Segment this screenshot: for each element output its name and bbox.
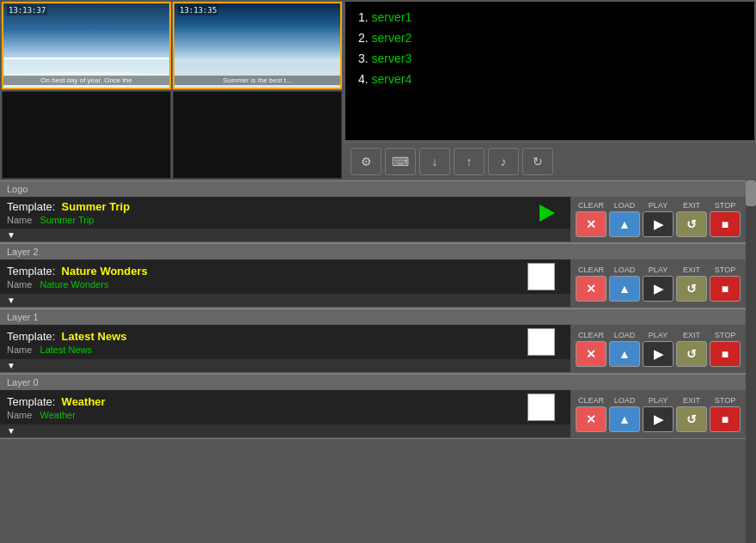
logo-load-button[interactable]: ▲	[609, 211, 640, 237]
scrollbar[interactable]	[746, 180, 756, 543]
layer0-load-button[interactable]: ▲	[609, 406, 640, 432]
layer1-content: Template: Latest News Name Latest News	[0, 325, 570, 359]
layer1-expand[interactable]: ▼	[0, 359, 570, 372]
layer0-preview	[527, 394, 555, 421]
video-caption-2: Summer is the best t...	[174, 76, 340, 85]
layer0-controls: CLEAR ✕ LOAD ▲ PLAY ▶ EXIT ↺	[570, 390, 746, 437]
keyboard-button[interactable]: ⌨	[385, 148, 416, 175]
layer2-load-button[interactable]: ▲	[609, 276, 640, 302]
layer1-load-button[interactable]: ▲	[609, 341, 640, 367]
layer1-play-button[interactable]: ▶	[643, 341, 674, 367]
server-item-4[interactable]: 4. server4	[358, 72, 741, 86]
layer2-exit-button[interactable]: ↺	[676, 276, 707, 302]
download-button[interactable]: ↓	[419, 148, 450, 175]
layer1-block: Layer 1 Template: Latest News Name Lates…	[0, 308, 746, 374]
video-caption-1: On best day of year. Once the	[3, 76, 169, 85]
settings-button[interactable]: ⚙	[351, 148, 381, 175]
upload-button[interactable]: ↑	[454, 148, 485, 175]
video-cell-3[interactable]	[2, 91, 171, 179]
layer0-header: Layer 0	[0, 374, 746, 390]
volume-button[interactable]: ♪	[488, 148, 519, 175]
logo-template-name: Summer Trip	[62, 200, 130, 213]
layer2-clear-button[interactable]: ✕	[576, 276, 607, 302]
logo-layer-content: Template: Summer Trip Name Summer Trip	[0, 197, 570, 229]
layer1-header: Layer 1	[0, 308, 746, 325]
logo-expand[interactable]: ▼	[0, 229, 570, 241]
layer2-template-name: Nature Wonders	[62, 265, 148, 278]
server-item-3[interactable]: 3. server3	[358, 52, 741, 65]
layer0-name-value: Weather	[40, 410, 76, 420]
video-timestamp-1: 13:13:37	[7, 5, 47, 15]
layer2-header: Layer 2	[0, 243, 746, 259]
logo-layer-header: Logo	[0, 180, 746, 197]
logo-exit-button[interactable]: ↺	[676, 211, 707, 237]
layer2-stop-button[interactable]: ■	[710, 276, 741, 302]
layer2-controls: CLEAR ✕ LOAD ▲ PLAY ▶ EXIT ↺	[570, 259, 746, 307]
layer1-clear-button[interactable]: ✕	[576, 341, 607, 367]
server-item-1[interactable]: 1. server1	[358, 10, 741, 24]
video-cell-4[interactable]	[173, 91, 342, 179]
logo-play-arrow	[540, 204, 555, 222]
logo-layer-block: Logo Template: Summer Trip Name Summer T…	[0, 180, 746, 243]
scrollbar-thumb[interactable]	[746, 180, 756, 206]
video-cell-1[interactable]: 13:13:37 On best day of year. Once the	[2, 2, 171, 89]
server-panel: 1. server1 2. server2 3. server3 4. serv…	[345, 2, 754, 140]
layer0-template-name: Weather	[62, 395, 106, 408]
layer2-expand[interactable]: ▼	[0, 294, 570, 307]
layer1-exit-button[interactable]: ↺	[676, 341, 707, 367]
layer0-exit-button[interactable]: ↺	[676, 406, 707, 432]
server-item-2[interactable]: 2. server2	[358, 31, 741, 45]
logo-controls: CLEAR ✕ LOAD ▲ PLAY ▶ EXIT ↺	[570, 197, 746, 241]
layer1-name-value: Latest News	[40, 345, 93, 355]
layer0-clear-button[interactable]: ✕	[576, 406, 607, 432]
layer0-stop-button[interactable]: ■	[710, 406, 741, 432]
layer1-controls: CLEAR ✕ LOAD ▲ PLAY ▶ EXIT ↺	[570, 325, 746, 372]
layer1-stop-button[interactable]: ■	[710, 341, 741, 367]
layer2-play-button[interactable]: ▶	[643, 276, 674, 302]
layer2-preview	[527, 263, 555, 290]
refresh-button[interactable]: ↻	[522, 148, 553, 175]
layer0-expand[interactable]: ▼	[0, 424, 570, 437]
logo-play-button[interactable]: ▶	[643, 211, 674, 237]
layer1-preview	[527, 328, 555, 356]
logo-clear-button[interactable]: ✕	[576, 211, 607, 237]
layer0-content: Template: Weather Name Weather	[0, 390, 570, 424]
logo-name-value: Summer Trip	[40, 215, 94, 225]
video-timestamp-2: 13:13:35	[178, 5, 218, 15]
video-cell-2[interactable]: 13:13:35 Summer is the best t...	[173, 2, 342, 89]
layer1-template-name: Latest News	[62, 330, 127, 343]
layer2-name-value: Nature Wonders	[40, 279, 109, 290]
logo-stop-button[interactable]: ■	[710, 211, 741, 237]
layer2-block: Layer 2 Template: Nature Wonders Name Na…	[0, 243, 746, 308]
layer0-play-button[interactable]: ▶	[643, 406, 674, 432]
layer2-content: Template: Nature Wonders Name Nature Won…	[0, 259, 570, 294]
layer0-block: Layer 0 Template: Weather Name Weather	[0, 374, 746, 439]
